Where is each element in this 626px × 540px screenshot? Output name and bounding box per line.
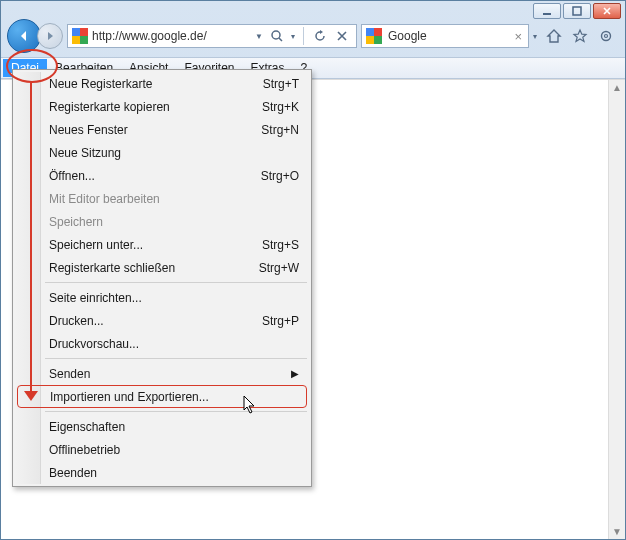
tab-list-dropdown-icon[interactable]: ▾ [533, 32, 537, 41]
menu-item-label: Neue Sitzung [49, 146, 299, 160]
menu-item-shortcut: Strg+K [262, 100, 299, 114]
menu-item-senden[interactable]: Senden▶ [15, 362, 309, 385]
browser-tab[interactable]: Google × [361, 24, 529, 48]
menu-item-label: Öffnen... [49, 169, 261, 183]
menu-item-neues-fenster[interactable]: Neues FensterStrg+N [15, 118, 309, 141]
menu-item-registerkarte-schlie-en[interactable]: Registerkarte schließenStrg+W [15, 256, 309, 279]
menu-item-shortcut: Strg+O [261, 169, 299, 183]
menu-item-beenden[interactable]: Beenden [15, 461, 309, 484]
menu-item-neue-sitzung[interactable]: Neue Sitzung [15, 141, 309, 164]
svg-rect-1 [573, 7, 581, 15]
back-button[interactable] [7, 19, 41, 53]
url-input[interactable] [92, 26, 249, 46]
menu-item-offlinebetrieb[interactable]: Offlinebetrieb [15, 438, 309, 461]
menu-item-label: Neue Registerkarte [49, 77, 263, 91]
menu-item-label: Registerkarte schließen [49, 261, 259, 275]
menu-item-drucken[interactable]: Drucken...Strg+P [15, 309, 309, 332]
scroll-up-icon[interactable]: ▲ [612, 82, 622, 93]
titlebar [1, 1, 625, 17]
menu-item-label: Drucken... [49, 314, 262, 328]
google-favicon-icon [366, 28, 382, 44]
url-dropdown-icon[interactable]: ▼ [255, 32, 263, 41]
forward-button[interactable] [37, 23, 63, 49]
menu-item-label: Speichern unter... [49, 238, 262, 252]
favorites-star-icon[interactable] [571, 27, 589, 45]
menu-item-label: Mit Editor bearbeiten [49, 192, 299, 206]
menu-item-shortcut: Strg+P [262, 314, 299, 328]
menu-separator [45, 358, 307, 359]
menu-item-mit-editor-bearbeiten[interactable]: Mit Editor bearbeiten [15, 187, 309, 210]
menu-item-shortcut: Strg+W [259, 261, 299, 275]
menu-item-druckvorschau[interactable]: Druckvorschau... [15, 332, 309, 355]
tab-title: Google [386, 29, 508, 43]
nav-row: ▼ ▾ Google × ▾ [1, 17, 625, 57]
menu-item-label: Druckvorschau... [49, 337, 299, 351]
back-forward-group [7, 19, 63, 53]
google-favicon-icon [72, 28, 88, 44]
svg-line-3 [279, 38, 282, 41]
menu-item-neue-registerkarte[interactable]: Neue RegisterkarteStrg+T [15, 72, 309, 95]
menu-item-eigenschaften[interactable]: Eigenschaften [15, 415, 309, 438]
menu-item-shortcut: Strg+T [263, 77, 299, 91]
menu-item-ffnen[interactable]: Öffnen...Strg+O [15, 164, 309, 187]
menu-item-label: Seite einrichten... [49, 291, 299, 305]
menu-item-speichern[interactable]: Speichern [15, 210, 309, 233]
scroll-down-icon[interactable]: ▼ [612, 526, 622, 537]
svg-point-2 [272, 31, 280, 39]
file-menu-dropdown: Neue RegisterkarteStrg+TRegisterkarte ko… [12, 69, 312, 487]
menu-item-label: Offlinebetrieb [49, 443, 299, 457]
stop-icon[interactable] [334, 28, 350, 44]
menu-item-label: Importieren und Exportieren... [50, 390, 298, 404]
tools-gear-icon[interactable] [597, 27, 615, 45]
menu-item-speichern-unter[interactable]: Speichern unter...Strg+S [15, 233, 309, 256]
vertical-scrollbar[interactable]: ▲ ▼ [608, 80, 625, 539]
menu-item-label: Senden [49, 367, 285, 381]
menu-item-label: Neues Fenster [49, 123, 261, 137]
menu-separator [45, 411, 307, 412]
menu-item-seite-einrichten[interactable]: Seite einrichten... [15, 286, 309, 309]
menu-item-importieren-und-exportieren[interactable]: Importieren und Exportieren... [17, 385, 307, 408]
menu-item-shortcut: Strg+N [261, 123, 299, 137]
menu-item-label: Speichern [49, 215, 299, 229]
home-icon[interactable] [545, 27, 563, 45]
refresh-icon[interactable] [312, 28, 328, 44]
address-bar: ▼ ▾ [67, 24, 357, 48]
menu-item-registerkarte-kopieren[interactable]: Registerkarte kopierenStrg+K [15, 95, 309, 118]
menu-item-label: Eigenschaften [49, 420, 299, 434]
search-dropdown-icon[interactable]: ▾ [291, 32, 295, 41]
submenu-arrow-icon: ▶ [291, 368, 299, 379]
address-bar-controls: ▼ ▾ [249, 27, 356, 45]
tab-close-icon[interactable]: × [508, 29, 528, 44]
svg-point-5 [605, 35, 608, 38]
svg-rect-0 [543, 13, 551, 15]
chrome-controls [541, 27, 619, 45]
search-icon[interactable] [269, 28, 285, 44]
menu-item-shortcut: Strg+S [262, 238, 299, 252]
browser-window: ▼ ▾ Google × ▾ [0, 0, 626, 540]
menu-item-label: Registerkarte kopieren [49, 100, 262, 114]
menu-item-label: Beenden [49, 466, 299, 480]
menu-separator [45, 282, 307, 283]
svg-point-4 [602, 32, 611, 41]
